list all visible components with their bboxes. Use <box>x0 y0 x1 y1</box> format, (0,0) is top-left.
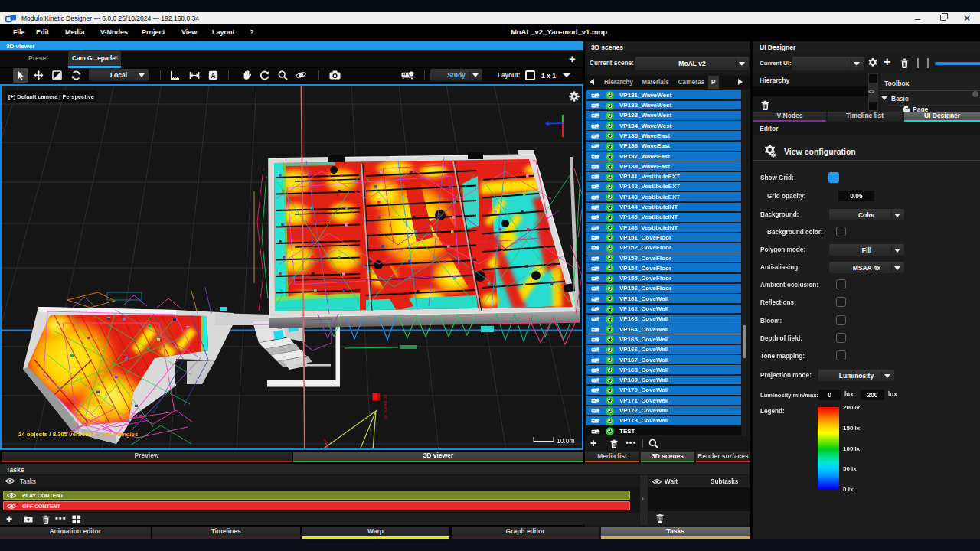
svg-text:A: A <box>211 72 216 80</box>
svg-text:10.0m: 10.0m <box>557 437 575 445</box>
svg-text:24 objects / 8,305 vertices /: 24 objects / 8,305 vertices / 6,246 tria… <box>18 431 139 438</box>
svg-text:pc_gauche_v2: pc_gauche_v2 <box>384 395 387 419</box>
svg-text:[+] Default camera | Perspecti: [+] Default camera | Perspective <box>8 93 94 100</box>
